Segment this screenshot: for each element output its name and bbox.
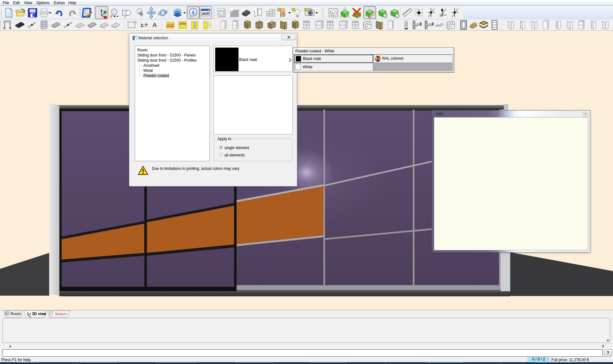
svg-text:A: A <box>153 22 157 28</box>
svg-text:Room: Room <box>11 312 21 316</box>
svg-text:3D view: 3D view <box>32 312 46 316</box>
svg-text:Notices: Notices <box>55 312 67 316</box>
svg-text:1:?: 1:? <box>140 22 148 28</box>
